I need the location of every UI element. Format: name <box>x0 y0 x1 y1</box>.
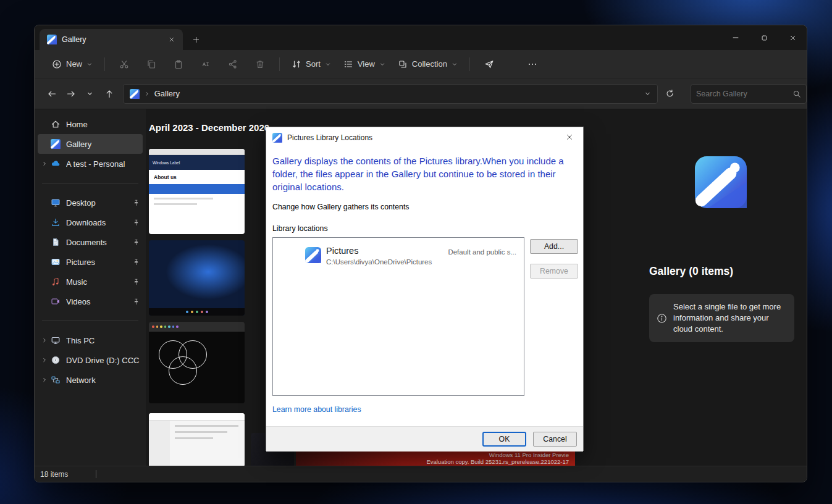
pin-icon <box>130 238 141 246</box>
plus-circle-icon <box>52 59 62 69</box>
pin-icon <box>130 199 141 207</box>
sidebar-item-label: Videos <box>66 297 130 306</box>
info-text: Select a single file to get more informa… <box>673 301 787 335</box>
thumbnail-text-line <box>154 198 213 200</box>
downloads-icon <box>49 217 62 227</box>
sort-label: Sort <box>306 59 321 69</box>
status-bar: 18 items <box>35 466 807 482</box>
sidebar-item-documents[interactable]: Documents <box>38 232 143 252</box>
sidebar-item-this-pc[interactable]: This PC <box>38 330 143 350</box>
home-icon <box>49 119 62 129</box>
collection-label: Collection <box>412 59 447 69</box>
view-icon <box>343 59 353 69</box>
chevron-down-icon <box>452 61 458 67</box>
photo-thumbnail[interactable] <box>149 240 245 316</box>
sidebar-separator <box>42 321 138 321</box>
photo-thumbnail[interactable] <box>149 413 245 466</box>
learn-more-link[interactable]: Learn more about libraries <box>272 405 361 414</box>
view-button[interactable]: View <box>337 54 392 75</box>
sidebar-item-videos[interactable]: Videos <box>38 292 143 311</box>
cut-button[interactable] <box>111 54 138 75</box>
rename-button[interactable] <box>192 54 219 75</box>
thumbnail-blue-band <box>149 184 245 194</box>
back-button[interactable] <box>42 84 61 104</box>
up-button[interactable] <box>100 84 119 104</box>
date-group-title: April 2023 - December 2020 <box>149 122 269 133</box>
chevron-right-icon[interactable] <box>40 161 49 167</box>
dialog-footer: OK Cancel <box>266 426 583 452</box>
chevron-right-icon[interactable] <box>40 377 49 383</box>
sidebar-item-gallery[interactable]: Gallery <box>38 134 143 154</box>
close-icon <box>566 133 573 141</box>
pictures-library-icon <box>272 133 282 143</box>
minimize-button[interactable] <box>721 25 750 50</box>
dialog-instruction-text: Gallery displays the contents of the Pic… <box>272 154 582 193</box>
location-path: C:\Users\divya\OneDrive\Pictures <box>326 258 432 266</box>
forward-button[interactable] <box>61 84 80 104</box>
address-bar[interactable]: Gallery <box>123 84 658 104</box>
refresh-icon <box>665 89 674 98</box>
photo-thumbnail-insider-banner[interactable]: Windows 11 Pro Insider Previe Evaluation… <box>296 449 575 466</box>
chevron-right-icon[interactable] <box>40 357 49 363</box>
add-button[interactable]: Add... <box>530 239 578 254</box>
sidebar-item-desktop[interactable]: Desktop <box>38 193 143 212</box>
sidebar-item-dvd-drive[interactable]: DVD Drive (D:) CCC <box>38 350 143 370</box>
remove-button[interactable]: Remove <box>530 264 578 279</box>
library-location-item[interactable]: Pictures C:\Users\divya\OneDrive\Picture… <box>273 238 524 272</box>
new-button[interactable]: New <box>46 54 99 75</box>
thumbnail-circle-shape <box>169 356 197 385</box>
pictures-icon <box>49 257 62 267</box>
share-icon <box>228 59 238 69</box>
delete-button[interactable] <box>246 54 274 75</box>
photo-thumbnail[interactable] <box>149 322 245 403</box>
gallery-app-icon <box>130 89 140 99</box>
tab-title: Gallery <box>62 35 161 44</box>
address-dropdown-icon[interactable] <box>644 90 651 97</box>
share-button[interactable] <box>219 54 246 75</box>
recent-locations-button[interactable] <box>80 84 99 104</box>
copy-button[interactable] <box>138 54 165 75</box>
breadcrumb[interactable]: Gallery <box>154 89 180 98</box>
maximize-button[interactable] <box>750 25 778 50</box>
more-options-button[interactable] <box>519 54 546 75</box>
new-tab-button[interactable] <box>187 30 205 49</box>
sidebar-item-label: Music <box>66 277 130 287</box>
address-row: Gallery <box>35 78 807 109</box>
pin-icon <box>130 219 141 227</box>
pin-icon <box>130 258 141 266</box>
cancel-button[interactable]: Cancel <box>533 432 577 447</box>
refresh-button[interactable] <box>660 84 679 104</box>
dialog-close-button[interactable] <box>555 127 583 147</box>
collection-icon <box>398 59 408 69</box>
sidebar-item-pictures[interactable]: Pictures <box>38 252 143 272</box>
tab-gallery[interactable]: Gallery <box>40 29 183 50</box>
thumbnail-text-line <box>175 431 227 433</box>
navigation-pane: Home Gallery A test - Personal <box>35 109 146 466</box>
photo-thumbnail[interactable]: Windows Label About us <box>149 149 245 234</box>
tab-close-icon[interactable] <box>166 33 178 46</box>
details-title: Gallery (0 items) <box>649 265 733 278</box>
library-locations-list[interactable]: Pictures C:\Users\divya\OneDrive\Picture… <box>272 237 524 396</box>
sidebar-item-downloads[interactable]: Downloads <box>38 212 143 232</box>
close-button[interactable] <box>778 25 807 50</box>
search-input[interactable] <box>696 90 789 98</box>
ok-button[interactable]: OK <box>482 432 526 447</box>
sidebar-item-network[interactable]: Network <box>38 370 143 390</box>
sidebar-item-onedrive[interactable]: A test - Personal <box>38 154 143 174</box>
gallery-app-icon <box>47 35 57 44</box>
up-icon <box>104 89 114 99</box>
videos-icon <box>49 296 62 306</box>
toolbar-separator <box>279 57 280 71</box>
sidebar-item-home[interactable]: Home <box>38 114 143 134</box>
paste-button[interactable] <box>165 54 192 75</box>
info-icon <box>657 313 667 324</box>
sidebar-item-music[interactable]: Music <box>38 272 143 292</box>
dvd-icon <box>49 355 62 365</box>
sort-button[interactable]: Sort <box>285 54 337 75</box>
gallery-logo <box>695 156 747 208</box>
dialog-titlebar[interactable]: Pictures Library Locations <box>266 127 583 148</box>
titlebar[interactable]: Gallery <box>35 25 807 50</box>
collection-button[interactable]: Collection <box>392 54 464 75</box>
chevron-right-icon[interactable] <box>40 337 49 343</box>
share-pane-button[interactable] <box>476 54 503 75</box>
